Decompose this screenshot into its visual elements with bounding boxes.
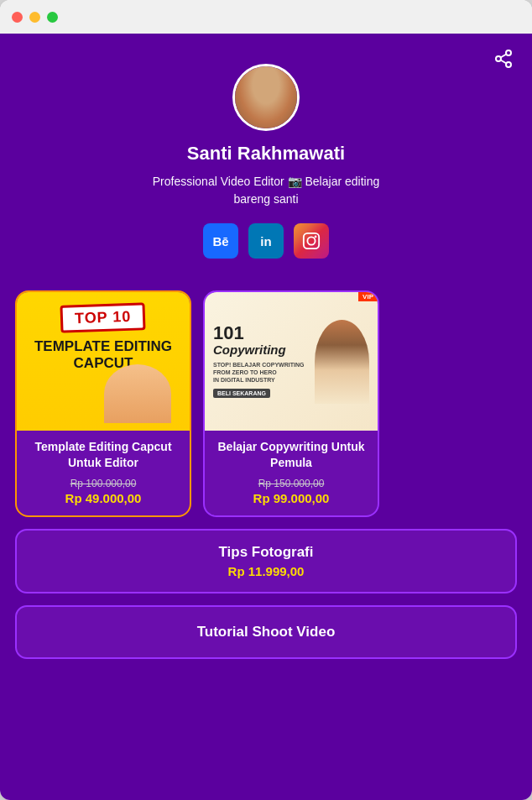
profile-bio: Professional Video Editor 📷 Belajar edit… [123, 173, 409, 208]
linkedin-link[interactable]: in [248, 223, 284, 259]
svg-point-2 [506, 62, 511, 67]
capcut-person-silhouette [104, 364, 171, 423]
capcut-discounted-price: Rp 49.000,00 [27, 491, 180, 505]
copy-book-title: Copywriting [213, 342, 315, 358]
product-thumbnail-copywriting: VIP 101 Copywriting STOP! BELAJAR COPYWR… [205, 292, 378, 431]
svg-line-4 [501, 55, 507, 58]
minimize-button[interactable] [29, 12, 40, 23]
copy-cta-button: BELI SEKARANG [213, 389, 270, 398]
app-window: Santi Rakhmawati Professional Video Edit… [0, 0, 532, 800]
linkedin-icon-label: in [260, 234, 271, 248]
product-title-capcut: Template Editing Capcut Untuk Editor [27, 439, 180, 471]
profile-section: Santi Rakhmawati Professional Video Edit… [0, 34, 532, 290]
svg-point-1 [496, 56, 501, 61]
share-button[interactable] [493, 49, 514, 73]
top10-badge: TOP 10 [60, 302, 146, 333]
social-links-row: Bē in [203, 223, 329, 259]
svg-line-3 [501, 60, 507, 64]
copywriting-text-block: 101 Copywriting STOP! BELAJAR COPYWRITIN… [213, 324, 315, 399]
product-info-copywriting: Belajar Copywriting Untuk Pemula Rp 150.… [205, 431, 378, 515]
svg-point-0 [506, 50, 511, 55]
bio-prefix: Professional Video Editor [153, 175, 284, 188]
vip-badge: VIP [358, 292, 378, 301]
tips-fotografi-item[interactable]: Tips Fotografi Rp 11.999,00 [15, 529, 517, 593]
titlebar [0, 0, 532, 34]
svg-point-6 [307, 237, 315, 244]
svg-rect-5 [304, 233, 319, 248]
instagram-icon [302, 232, 321, 250]
product-info-capcut: Template Editing Capcut Untuk Editor Rp … [17, 431, 190, 515]
avatar-image [235, 66, 297, 128]
copy-subtitle: STOP! BELAJAR COPYWRITINGFROM ZERO TO HE… [213, 361, 315, 384]
behance-icon-label: Bē [212, 234, 228, 248]
bio-emoji: 📷 [288, 175, 305, 188]
product-thumbnail-capcut: TOP 10 TEMPLATE EDITING CAPCUT [17, 292, 190, 431]
product-card-copywriting[interactable]: VIP 101 Copywriting STOP! BELAJAR COPYWR… [203, 290, 379, 517]
app-body: Santi Rakhmawati Professional Video Edit… [0, 34, 532, 800]
tips-fotografi-title: Tips Fotografi [34, 544, 498, 561]
copywriting-person-silhouette [315, 320, 369, 404]
maximize-button[interactable] [47, 12, 58, 23]
copy-number: 101 [213, 324, 315, 342]
copywriting-original-price: Rp 150.000,00 [215, 478, 368, 489]
tutorial-shoot-video-title: Tutorial Shoot Video [34, 624, 498, 641]
copywriting-discounted-price: Rp 99.000,00 [215, 491, 368, 505]
behance-link[interactable]: Bē [203, 223, 238, 259]
capcut-original-price: Rp 100.000,00 [27, 478, 180, 489]
products-grid: TOP 10 TEMPLATE EDITING CAPCUT Template … [0, 290, 532, 517]
tips-fotografi-price: Rp 11.999,00 [34, 564, 498, 578]
svg-point-7 [315, 236, 317, 238]
product-card-capcut[interactable]: TOP 10 TEMPLATE EDITING CAPCUT Template … [15, 290, 191, 517]
avatar [232, 64, 300, 131]
close-button[interactable] [12, 12, 23, 23]
product-title-copywriting: Belajar Copywriting Untuk Pemula [215, 439, 368, 471]
profile-name: Santi Rakhmawati [187, 143, 345, 165]
tutorial-shoot-video-item[interactable]: Tutorial Shoot Video [15, 605, 517, 659]
instagram-link[interactable] [294, 223, 329, 259]
